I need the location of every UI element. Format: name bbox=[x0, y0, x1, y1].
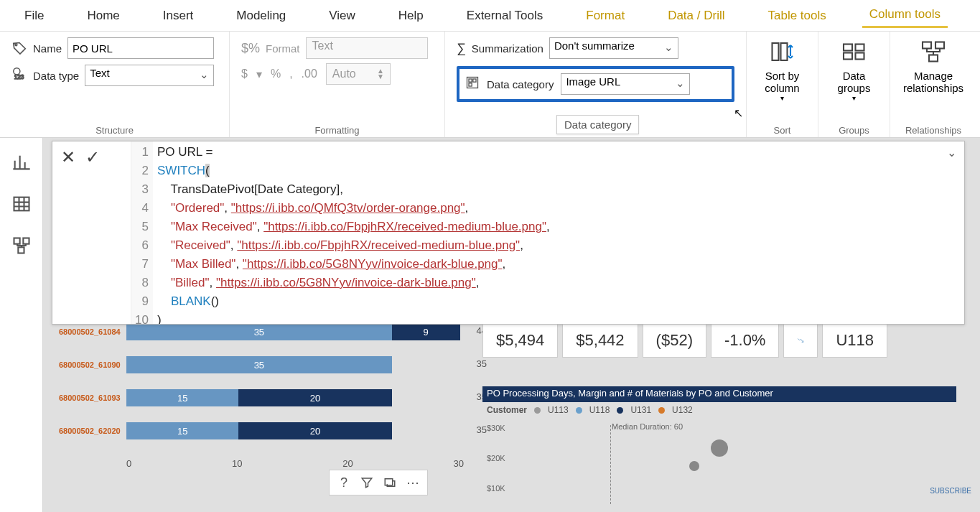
svg-rect-16 bbox=[14, 197, 29, 211]
formula-bar: ✕ ✓ 12345678910 PO URL =SWITCH( TransDat… bbox=[52, 141, 965, 325]
data-groups-button[interactable]: Data groups ▾ bbox=[838, 39, 871, 102]
menu-file[interactable]: File bbox=[17, 4, 51, 27]
axis-tick: 20 bbox=[342, 458, 353, 469]
menu-home[interactable]: Home bbox=[80, 4, 126, 27]
scatter-legend: Customer U113 U118 U131 U132 bbox=[487, 405, 693, 415]
svg-rect-7 bbox=[773, 43, 779, 60]
bar-seg-1: 15 bbox=[126, 422, 238, 439]
svg-rect-18 bbox=[23, 238, 29, 244]
focus-icon[interactable] bbox=[380, 473, 400, 493]
svg-rect-14 bbox=[935, 42, 944, 49]
scatter-point bbox=[689, 461, 699, 471]
ribbon-sort: Sort by column ▾ Sort bbox=[747, 32, 818, 137]
median-line bbox=[610, 425, 611, 504]
formula-commit-icon[interactable]: ✓ bbox=[85, 147, 100, 167]
sort-icon bbox=[769, 39, 795, 70]
bar-seg-1: 35 bbox=[126, 323, 392, 340]
menu-modeling[interactable]: Modeling bbox=[229, 4, 293, 27]
bar-label: 68000502_61084 bbox=[59, 327, 126, 336]
data-category-tooltip: Data category bbox=[556, 115, 639, 134]
visual-toolbar: ? ⋯ bbox=[329, 470, 428, 495]
subscribe-watermark: SUBSCRIBE bbox=[930, 487, 971, 495]
menu-help[interactable]: Help bbox=[391, 4, 431, 27]
ribbon-sort-label: Sort bbox=[774, 125, 791, 136]
percent-button: % bbox=[271, 68, 281, 80]
menu-insert[interactable]: Insert bbox=[156, 4, 201, 27]
currency-button: $ bbox=[241, 68, 248, 80]
summarization-icon: ∑ bbox=[457, 41, 466, 56]
formula-gutter: 12345678910 bbox=[131, 141, 153, 324]
kpi-row: $5,494 $5,442 ($52) -1.0% U118 bbox=[482, 323, 887, 358]
menu-bar: File Home Insert Modeling View Help Exte… bbox=[0, 0, 980, 32]
svg-rect-11 bbox=[855, 45, 864, 51]
thousands-button: , bbox=[289, 68, 292, 80]
format-label: Format bbox=[266, 42, 300, 55]
report-view-icon[interactable] bbox=[11, 152, 32, 172]
bar-label: 68000502_62020 bbox=[59, 427, 126, 435]
menu-column-tools[interactable]: Column tools bbox=[862, 3, 948, 28]
bar-label: 68000502_61090 bbox=[59, 360, 126, 369]
bar-seg-2: 9 bbox=[392, 323, 460, 340]
bar-label: 68000502_61093 bbox=[59, 394, 126, 402]
formula-discard-icon[interactable]: ✕ bbox=[61, 147, 75, 167]
bar-total: 35 bbox=[477, 424, 487, 435]
help-icon[interactable]: ? bbox=[334, 473, 354, 493]
sort-by-column-button[interactable]: Sort by column ▾ bbox=[765, 39, 799, 102]
datatype-icon: 123 bbox=[11, 66, 27, 85]
svg-rect-12 bbox=[855, 53, 864, 60]
ribbon-properties: ∑ Summarization Don't summarize Data cat… bbox=[445, 32, 747, 137]
view-rail bbox=[0, 138, 43, 512]
datatype-dropdown[interactable]: Text bbox=[85, 65, 214, 86]
datatype-label: Data type bbox=[33, 70, 79, 82]
svg-rect-17 bbox=[14, 238, 19, 244]
filter-icon[interactable] bbox=[357, 473, 377, 493]
svg-rect-20 bbox=[385, 479, 393, 485]
column-name-input[interactable] bbox=[67, 37, 214, 59]
summarization-label: Summarization bbox=[472, 42, 543, 55]
bar-row: 68000502_61090 3535 bbox=[59, 354, 495, 376]
cursor-icon: ↖ bbox=[734, 106, 743, 120]
bar-row: 68000502_61093 152035 bbox=[59, 387, 495, 409]
formula-editor[interactable]: PO URL =SWITCH( TransDatePivot[Date Cate… bbox=[153, 141, 938, 324]
svg-rect-9 bbox=[844, 45, 852, 51]
bar-axis: 0 10 20 30 bbox=[126, 458, 464, 469]
sort-label: Sort by column bbox=[765, 70, 799, 94]
ribbon-groups: Data groups ▾ Groups bbox=[818, 32, 890, 137]
bar-seg-2: 20 bbox=[238, 389, 391, 406]
svg-rect-15 bbox=[929, 55, 938, 62]
svg-rect-19 bbox=[18, 247, 24, 253]
median-label: Median Duration: 60 bbox=[612, 422, 683, 431]
formula-expand-icon[interactable]: ⌄ bbox=[938, 141, 964, 324]
y-tick: $10K bbox=[487, 484, 505, 493]
data-category-dropdown[interactable]: Image URL bbox=[561, 73, 690, 95]
menu-table-tools[interactable]: Table tools bbox=[760, 4, 833, 27]
data-category-highlight: Data category Image URL bbox=[457, 66, 734, 102]
ribbon-formatting-label: Formatting bbox=[241, 125, 433, 136]
svg-point-0 bbox=[15, 44, 17, 46]
menu-format[interactable]: Format bbox=[579, 4, 632, 27]
kpi-value: -1.0% bbox=[711, 323, 779, 358]
bar-seg-2: 20 bbox=[238, 422, 391, 439]
data-view-icon[interactable] bbox=[11, 194, 32, 214]
ribbon-structure: Name 123 Data type Text Structure bbox=[0, 32, 230, 137]
kpi-value: $5,442 bbox=[562, 323, 638, 358]
auto-decimals: Auto bbox=[332, 68, 356, 80]
svg-rect-6 bbox=[469, 83, 472, 86]
manage-relationships-button[interactable]: Manage relationships bbox=[903, 39, 963, 94]
ribbon-formatting: $% Format Text $▾ % , .00 Auto ▲▼ Format… bbox=[230, 32, 445, 137]
menu-view[interactable]: View bbox=[322, 4, 363, 27]
more-icon[interactable]: ⋯ bbox=[403, 473, 423, 493]
menu-data-drill[interactable]: Data / Drill bbox=[661, 4, 732, 27]
bar-total: 35 bbox=[477, 358, 487, 369]
menu-external-tools[interactable]: External Tools bbox=[459, 4, 550, 27]
axis-tick: 0 bbox=[126, 458, 131, 469]
axis-tick: 30 bbox=[454, 458, 464, 469]
kpi-value: $5,494 bbox=[482, 323, 558, 358]
stacked-bar-chart[interactable]: 68000502_61084 35944 68000502_61090 3535… bbox=[59, 321, 495, 453]
kpi-value: ($52) bbox=[643, 323, 706, 358]
bar-seg-1: 35 bbox=[126, 356, 392, 373]
summarization-dropdown[interactable]: Don't summarize bbox=[549, 37, 678, 59]
model-view-icon[interactable] bbox=[11, 236, 32, 256]
svg-rect-4 bbox=[469, 79, 472, 82]
y-tick: $20K bbox=[487, 454, 505, 462]
